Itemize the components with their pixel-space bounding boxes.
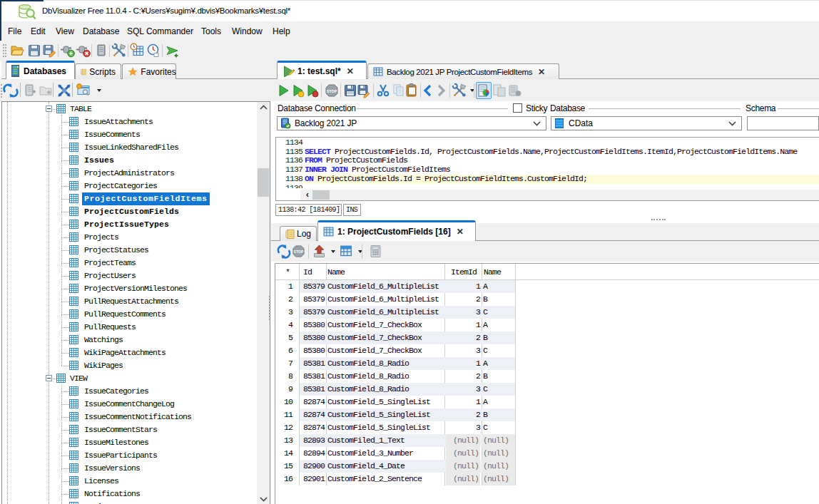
svg-text:STOP: STOP — [294, 250, 304, 254]
svg-text:STOP: STOP — [327, 89, 337, 93]
